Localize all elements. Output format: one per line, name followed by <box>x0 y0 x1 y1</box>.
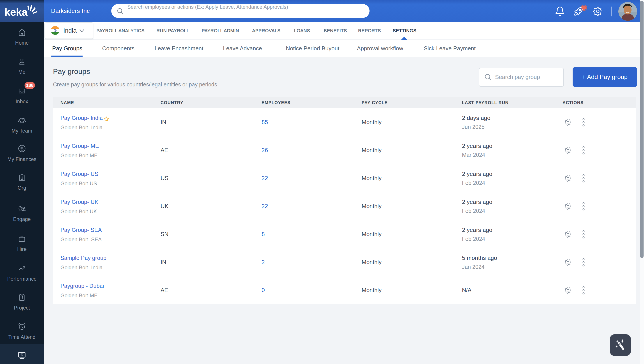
svg-text:keka: keka <box>5 6 28 18</box>
